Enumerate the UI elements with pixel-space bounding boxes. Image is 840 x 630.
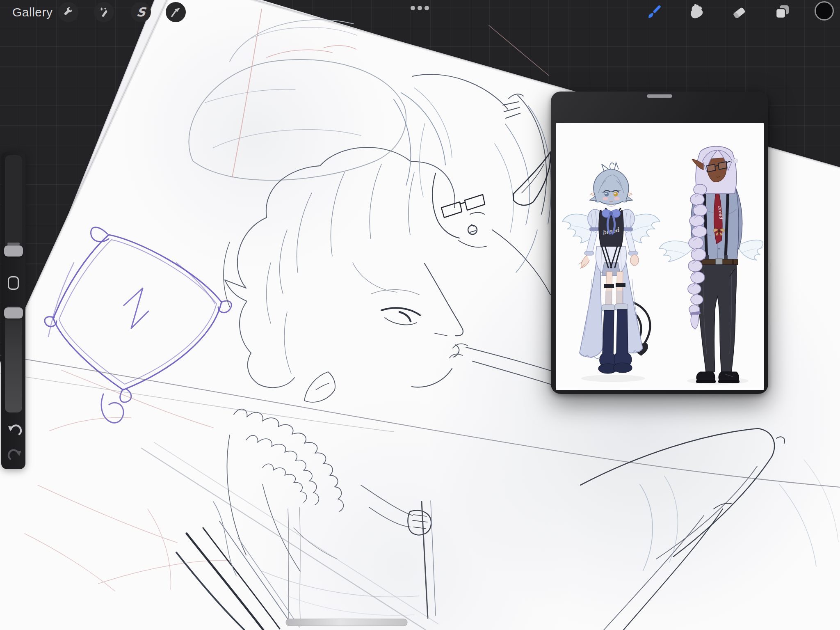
reference-character-tall: bread	[659, 147, 763, 385]
procreate-screen: { "topbar": { "gallery_label": "Gallery"…	[0, 0, 840, 630]
opacity-handle[interactable]	[4, 307, 23, 318]
layers-icon	[773, 3, 791, 21]
canvas-options-button[interactable]	[411, 5, 434, 10]
ellipsis-dot	[411, 6, 415, 10]
ellipsis-dot	[425, 6, 429, 10]
redo-button[interactable]	[7, 446, 23, 463]
adjustments-button[interactable]	[94, 2, 114, 22]
color-swatch[interactable]	[815, 1, 834, 21]
sketch-gray-bar	[286, 619, 407, 626]
wrench-icon	[63, 7, 74, 18]
eraser-tool-button[interactable]	[728, 1, 750, 23]
selection-s-icon: S	[136, 6, 146, 18]
smudge-finger-icon	[687, 3, 705, 21]
layers-button[interactable]	[772, 1, 793, 23]
reference-window-drag-handle[interactable]	[647, 94, 672, 98]
brush-size-notch	[7, 243, 20, 245]
undo-button[interactable]	[7, 422, 23, 438]
brush-size-handle[interactable]	[4, 245, 23, 257]
paint-brush-icon	[645, 2, 664, 21]
transform-button[interactable]	[166, 2, 186, 22]
paint-tool-button[interactable]	[644, 1, 665, 23]
character-reference-art: bread	[556, 123, 764, 390]
reference-image[interactable]: bread	[556, 123, 764, 390]
eraser-icon	[730, 3, 748, 21]
smudge-tool-button[interactable]	[685, 1, 707, 23]
redo-icon	[7, 446, 23, 463]
reference-character-fairy: bread	[562, 163, 660, 382]
transform-arrow-icon	[170, 7, 182, 18]
opacity-slider[interactable]	[5, 306, 22, 412]
undo-icon	[7, 422, 23, 438]
gallery-button[interactable]: Gallery	[12, 5, 53, 19]
sidebar	[1, 152, 25, 469]
reference-window[interactable]: bread	[551, 92, 768, 394]
ellipsis-dot	[418, 6, 422, 10]
brush-size-slider[interactable]	[5, 155, 22, 257]
magic-wand-icon	[98, 7, 110, 18]
modify-button[interactable]	[8, 276, 19, 290]
actions-button[interactable]	[58, 2, 78, 22]
selection-button[interactable]: S	[131, 2, 151, 22]
shading-wash	[119, 0, 390, 271]
top-toolbar: Gallery S	[0, 0, 840, 22]
